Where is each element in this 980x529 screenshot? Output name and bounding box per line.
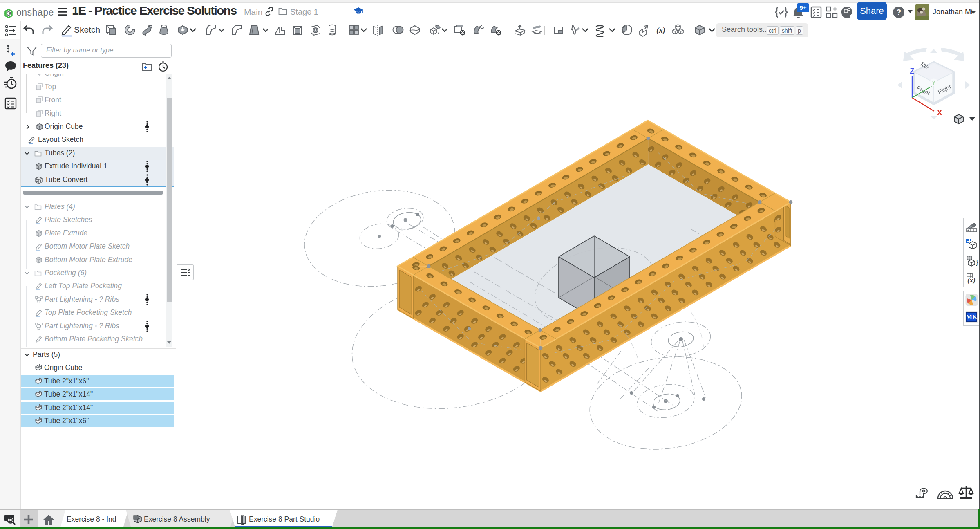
svg-text:X: X xyxy=(937,109,942,117)
svg-text:Y: Y xyxy=(932,79,936,86)
svg-text:(x): (x) xyxy=(967,276,976,284)
svg-text:MK: MK xyxy=(966,314,978,321)
svg-text:Z: Z xyxy=(910,67,915,75)
svg-text:}: } xyxy=(976,259,978,266)
svg-text:(x): (x) xyxy=(656,26,665,35)
svg-text:?: ? xyxy=(896,8,901,17)
